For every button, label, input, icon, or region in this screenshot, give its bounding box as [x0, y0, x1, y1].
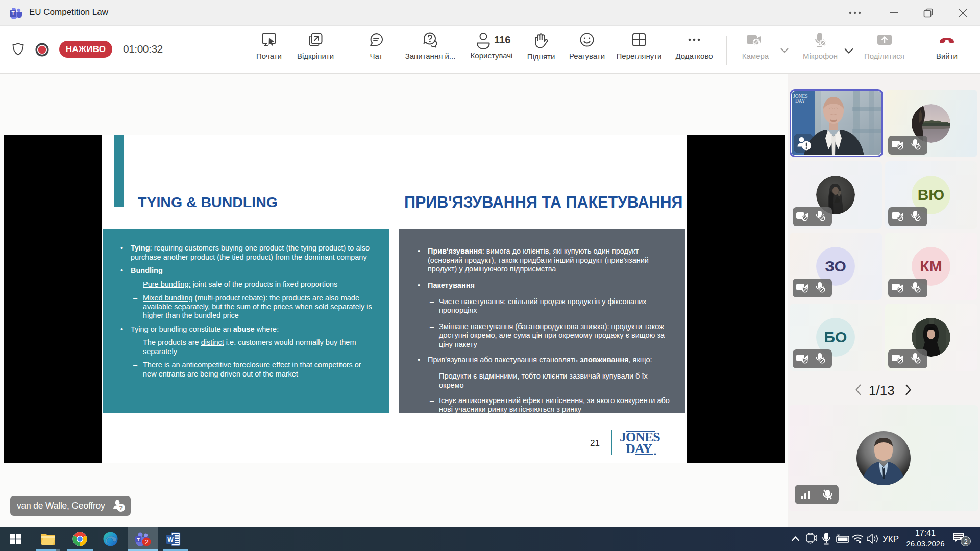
- svg-text:DAY: DAY: [795, 98, 805, 104]
- svg-text:T: T: [137, 537, 140, 542]
- svg-text:W: W: [167, 536, 174, 543]
- svg-text:?: ?: [119, 504, 123, 512]
- svg-text:2: 2: [144, 538, 148, 546]
- svg-text:T: T: [11, 11, 14, 16]
